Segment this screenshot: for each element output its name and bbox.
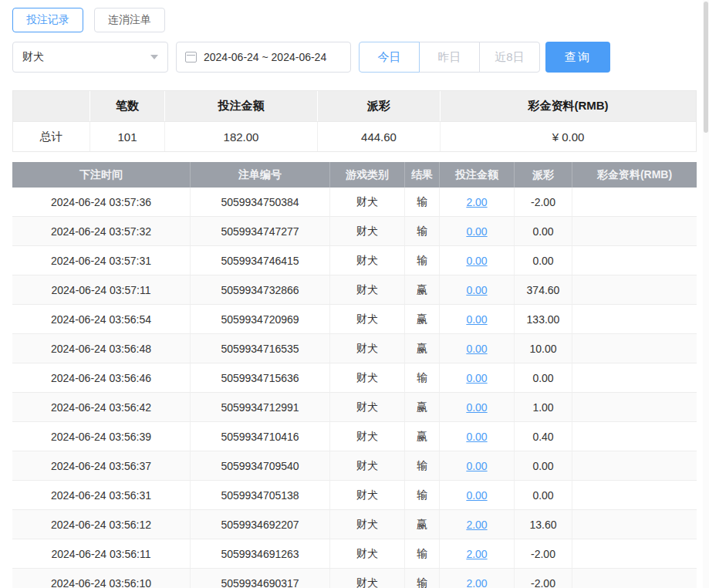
header-bet-time: 下注时间 — [12, 162, 191, 188]
cell-game-type: 财犬 — [330, 393, 405, 421]
cell-order-id: 5059934720969 — [191, 305, 330, 333]
quick-range-last8days[interactable]: 近8日 — [479, 42, 540, 73]
cell-payout: -2.00 — [515, 188, 572, 216]
table-row: 2024-06-24 03:56:10 5059934690317 财犬 输 2… — [12, 569, 697, 588]
cell-result: 输 — [405, 481, 440, 509]
quick-range-yesterday[interactable]: 昨日 — [419, 42, 480, 73]
cell-payout: 0.00 — [515, 217, 572, 245]
bet-amount-link[interactable]: 2.00 — [466, 196, 487, 208]
cell-result: 输 — [405, 217, 440, 245]
cell-bonus — [572, 275, 697, 304]
summary-total-bet-amount: 182.00 — [165, 121, 318, 151]
cell-bonus — [572, 451, 697, 480]
cell-bonus — [572, 217, 697, 245]
cell-result: 赢 — [405, 275, 440, 304]
game-select-value: 财犬 — [22, 50, 44, 64]
cell-game-type: 财犬 — [330, 305, 405, 333]
cell-bet-time: 2024-06-24 03:56:10 — [12, 569, 191, 588]
cell-game-type: 财犬 — [330, 451, 405, 480]
bet-amount-link[interactable]: 0.00 — [466, 255, 487, 267]
bet-amount-link[interactable]: 2.00 — [466, 519, 487, 531]
cell-game-type: 财犬 — [330, 363, 405, 392]
cell-order-id: 5059934709540 — [191, 451, 330, 480]
bet-amount-link[interactable]: 0.00 — [466, 313, 487, 326]
bet-amount-link[interactable]: 0.00 — [466, 372, 487, 384]
cell-bet-time: 2024-06-24 03:56:31 — [12, 481, 191, 509]
cell-order-id: 5059934705138 — [191, 481, 330, 509]
cell-bonus — [572, 363, 697, 392]
cell-order-id: 5059934712991 — [191, 393, 330, 421]
tab-cancelled-orders[interactable]: 连消注单 — [94, 8, 165, 32]
bet-amount-link[interactable]: 0.00 — [466, 460, 487, 472]
cell-result: 输 — [405, 569, 440, 588]
scrollbar-thumb[interactable] — [704, 2, 708, 133]
cell-result: 赢 — [405, 422, 440, 451]
cell-bet-time: 2024-06-24 03:56:37 — [12, 451, 191, 480]
records-body: 2024-06-24 03:57:36 5059934750384 财犬 输 2… — [12, 188, 697, 588]
summary-total-label: 总计 — [13, 121, 90, 151]
cell-bet-time: 2024-06-24 03:57:31 — [12, 246, 191, 275]
summary-total-count: 101 — [90, 121, 165, 151]
game-select[interactable]: 财犬 — [12, 42, 168, 73]
cell-order-id: 5059934692207 — [191, 510, 330, 539]
cell-bet-time: 2024-06-24 03:57:11 — [12, 275, 191, 304]
cell-bonus — [572, 481, 697, 509]
cell-order-id: 5059934710416 — [191, 422, 330, 451]
bet-amount-link[interactable]: 0.00 — [466, 489, 487, 502]
cell-result: 赢 — [405, 305, 440, 333]
calendar-icon — [185, 52, 197, 63]
cell-bonus — [572, 539, 697, 568]
cell-game-type: 财犬 — [330, 217, 405, 245]
cell-bet-time: 2024-06-24 03:56:48 — [12, 334, 191, 363]
quick-range-group: 今日 昨日 近8日 — [359, 42, 540, 73]
tab-betting-records[interactable]: 投注记录 — [12, 8, 83, 32]
cell-game-type: 财犬 — [330, 539, 405, 568]
bet-amount-link[interactable]: 2.00 — [466, 548, 487, 560]
date-range-value: 2024-06-24 ~ 2024-06-24 — [204, 51, 326, 63]
cell-payout: -2.00 — [515, 569, 572, 588]
cell-bet-time: 2024-06-24 03:56:42 — [12, 393, 191, 421]
header-payout: 派彩 — [515, 162, 572, 188]
cell-bet-time: 2024-06-24 03:56:46 — [12, 363, 191, 392]
table-row: 2024-06-24 03:56:31 5059934705138 财犬 输 0… — [12, 481, 697, 510]
cell-order-id: 5059934690317 — [191, 569, 330, 588]
vertical-scrollbar[interactable] — [703, 0, 709, 588]
chevron-down-icon — [150, 55, 158, 59]
cell-game-type: 财犬 — [330, 510, 405, 539]
cell-bet-time: 2024-06-24 03:56:39 — [12, 422, 191, 451]
cell-result: 赢 — [405, 510, 440, 539]
cell-payout: 133.00 — [515, 305, 572, 333]
bet-amount-link[interactable]: 0.00 — [466, 284, 487, 296]
quick-range-today[interactable]: 今日 — [359, 42, 420, 73]
bet-amount-link[interactable]: 0.00 — [466, 431, 487, 443]
cell-bonus — [572, 305, 697, 333]
cell-bet-time: 2024-06-24 03:56:12 — [12, 510, 191, 539]
search-button[interactable]: 查询 — [545, 42, 610, 73]
cell-order-id: 5059934746415 — [191, 246, 330, 275]
date-range-picker[interactable]: 2024-06-24 ~ 2024-06-24 — [176, 42, 351, 73]
cell-payout: 0.00 — [515, 363, 572, 392]
tab-bar: 投注记录 连消注单 — [12, 8, 697, 32]
cell-game-type: 财犬 — [330, 569, 405, 588]
table-row: 2024-06-24 03:57:11 5059934732866 财犬 赢 0… — [12, 275, 697, 305]
cell-game-type: 财犬 — [330, 422, 405, 451]
table-row: 2024-06-24 03:56:46 5059934715636 财犬 输 0… — [12, 363, 697, 393]
cell-bet-time: 2024-06-24 03:56:11 — [12, 539, 191, 568]
cell-bonus — [572, 393, 697, 421]
bet-amount-link[interactable]: 0.00 — [466, 225, 487, 238]
summary-header-count: 笔数 — [90, 91, 165, 121]
bet-amount-link[interactable]: 2.00 — [466, 577, 487, 588]
table-row: 2024-06-24 03:56:37 5059934709540 财犬 输 0… — [12, 451, 697, 481]
betting-records-page: 投注记录 连消注单 财犬 2024-06-24 ~ 2024-06-24 今日 … — [0, 0, 709, 588]
bet-amount-link[interactable]: 0.00 — [466, 401, 487, 414]
cell-result: 输 — [405, 451, 440, 480]
cell-payout: 13.60 — [515, 510, 572, 539]
cell-result: 赢 — [405, 334, 440, 363]
cell-game-type: 财犬 — [330, 188, 405, 216]
summary-header-bet-amount: 投注金额 — [165, 91, 318, 121]
bet-amount-link[interactable]: 0.00 — [466, 343, 487, 355]
table-row: 2024-06-24 03:57:32 5059934747277 财犬 输 0… — [12, 217, 697, 246]
cell-payout: 0.00 — [515, 451, 572, 480]
cell-bet-time: 2024-06-24 03:56:54 — [12, 305, 191, 333]
header-result: 结果 — [405, 162, 440, 188]
